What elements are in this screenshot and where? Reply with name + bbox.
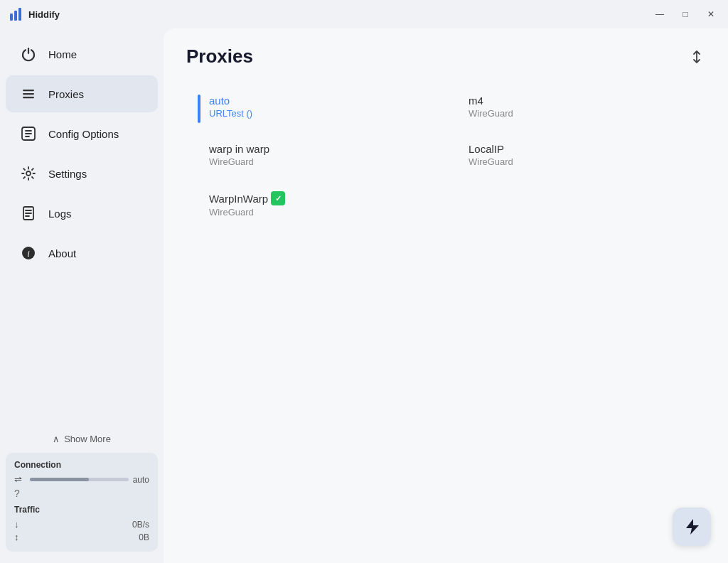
sidebar-proxies-label: Proxies bbox=[48, 88, 84, 100]
sidebar-item-home[interactable]: Home bbox=[6, 36, 158, 73]
proxy-item-localip[interactable]: LocalIP WireGuard bbox=[446, 133, 705, 181]
proxy-sub-auto: URLTest () bbox=[209, 108, 252, 119]
sort-icon bbox=[688, 48, 705, 65]
logs-icon bbox=[18, 203, 38, 223]
download-row: ↓ 0B/s bbox=[14, 519, 149, 530]
sidebar-bottom: ∧ Show More Connection ⇌ auto ? Traffic bbox=[0, 424, 164, 557]
proxy-indicator-warpinwarp bbox=[198, 191, 200, 220]
settings-icon bbox=[18, 163, 38, 183]
proxy-info-localip: LocalIP WireGuard bbox=[469, 143, 513, 167]
proxy-sub-m4: WireGuard bbox=[469, 108, 513, 119]
connection-value: auto bbox=[133, 475, 149, 485]
proxy-info-m4: m4 WireGuard bbox=[469, 95, 513, 119]
connection-row: ⇌ auto bbox=[14, 474, 149, 485]
main-layout: Home Proxies Config Options bbox=[0, 28, 728, 563]
upload-row: ↕ 0B bbox=[14, 532, 149, 542]
proxy-name-localip: LocalIP bbox=[469, 143, 513, 155]
proxy-indicator-warp bbox=[198, 143, 200, 171]
proxy-list: auto URLTest () m4 WireGuard warp in war… bbox=[186, 85, 705, 230]
proxy-name-warpinwarp: WarpInWarp bbox=[209, 193, 268, 205]
traffic-section: Traffic ↓ 0B/s ↕ 0B bbox=[14, 505, 149, 542]
logo-icon bbox=[9, 6, 24, 22]
proxy-item-warp-in-warp[interactable]: warp in warp WireGuard bbox=[186, 133, 446, 181]
svg-rect-1 bbox=[14, 11, 17, 21]
sidebar-item-config-options[interactable]: Config Options bbox=[6, 115, 158, 152]
bottom-panel: Connection ⇌ auto ? Traffic ↓ 0B/s bbox=[6, 453, 158, 552]
proxy-active-indicator bbox=[198, 95, 200, 123]
app-logo: Hiddify bbox=[9, 6, 60, 22]
proxy-info-warpinwarp: WarpInWarp ✓ WireGuard bbox=[209, 191, 285, 218]
svg-rect-0 bbox=[10, 14, 13, 21]
app-title: Hiddify bbox=[28, 9, 60, 20]
help-row: ? bbox=[14, 488, 149, 499]
proxy-info-auto: auto URLTest () bbox=[209, 95, 252, 119]
proxy-name-auto: auto bbox=[209, 95, 252, 107]
lightning-icon bbox=[682, 518, 701, 536]
minimize-button[interactable]: — bbox=[648, 4, 671, 24]
show-more-button[interactable]: ∧ Show More bbox=[6, 429, 158, 449]
content-area: Proxies auto URLTest () m4 bbox=[164, 28, 728, 563]
window-controls: — □ ✕ bbox=[648, 4, 722, 24]
proxy-item-auto[interactable]: auto URLTest () bbox=[186, 85, 446, 133]
svg-rect-3 bbox=[23, 90, 34, 91]
sidebar-item-settings[interactable]: Settings bbox=[6, 155, 158, 192]
proxy-item-warpinwarp[interactable]: WarpInWarp ✓ WireGuard bbox=[186, 181, 446, 230]
content-header: Proxies bbox=[186, 45, 705, 68]
maximize-button[interactable]: □ bbox=[674, 4, 697, 24]
help-icon: ? bbox=[14, 488, 26, 499]
proxy-sub-warpinwarp: WireGuard bbox=[209, 207, 285, 218]
page-title: Proxies bbox=[186, 45, 253, 68]
show-more-label: Show More bbox=[64, 434, 111, 444]
download-value: 0B/s bbox=[132, 520, 149, 530]
proxy-sub-warp: WireGuard bbox=[209, 156, 269, 167]
sidebar-about-label: About bbox=[48, 247, 76, 259]
proxies-icon bbox=[18, 84, 38, 104]
svg-point-7 bbox=[26, 171, 31, 176]
proxy-badge-warpinwarp: ✓ bbox=[271, 191, 285, 205]
sidebar-settings-label: Settings bbox=[48, 168, 87, 180]
svg-rect-5 bbox=[23, 97, 34, 98]
sidebar-config-label: Config Options bbox=[48, 128, 119, 140]
proxy-indicator-localip bbox=[457, 143, 460, 171]
download-icon: ↓ bbox=[14, 519, 26, 530]
connection-title: Connection bbox=[14, 460, 149, 470]
lightning-button[interactable] bbox=[673, 508, 711, 546]
sidebar-item-logs[interactable]: Logs bbox=[6, 195, 158, 232]
sidebar-item-proxies[interactable]: Proxies bbox=[6, 75, 158, 112]
traffic-title: Traffic bbox=[14, 505, 149, 515]
proxy-indicator-m4 bbox=[457, 95, 460, 123]
sidebar-item-about[interactable]: i About bbox=[6, 235, 158, 272]
svg-rect-2 bbox=[18, 8, 21, 21]
svg-text:i: i bbox=[27, 248, 30, 259]
proxy-name-warp: warp in warp bbox=[209, 143, 269, 155]
chevron-up-icon: ∧ bbox=[53, 434, 60, 444]
sort-button[interactable] bbox=[688, 48, 705, 65]
sidebar-home-label: Home bbox=[48, 48, 77, 60]
connection-slider[interactable] bbox=[30, 478, 129, 481]
upload-icon: ↕ bbox=[14, 532, 26, 542]
proxy-name-m4: m4 bbox=[469, 95, 513, 107]
config-icon bbox=[18, 124, 38, 144]
close-button[interactable]: ✕ bbox=[700, 4, 722, 24]
upload-value: 0B bbox=[139, 532, 149, 542]
power-icon bbox=[18, 44, 38, 64]
proxy-info-warp: warp in warp WireGuard bbox=[209, 143, 269, 167]
svg-rect-4 bbox=[23, 93, 34, 95]
sidebar: Home Proxies Config Options bbox=[0, 28, 164, 563]
connection-icon: ⇌ bbox=[14, 474, 26, 485]
about-icon: i bbox=[18, 243, 38, 263]
proxy-item-m4[interactable]: m4 WireGuard bbox=[446, 85, 705, 133]
proxy-sub-localip: WireGuard bbox=[469, 156, 513, 167]
titlebar: Hiddify — □ ✕ bbox=[0, 0, 728, 28]
sidebar-logs-label: Logs bbox=[48, 208, 72, 220]
